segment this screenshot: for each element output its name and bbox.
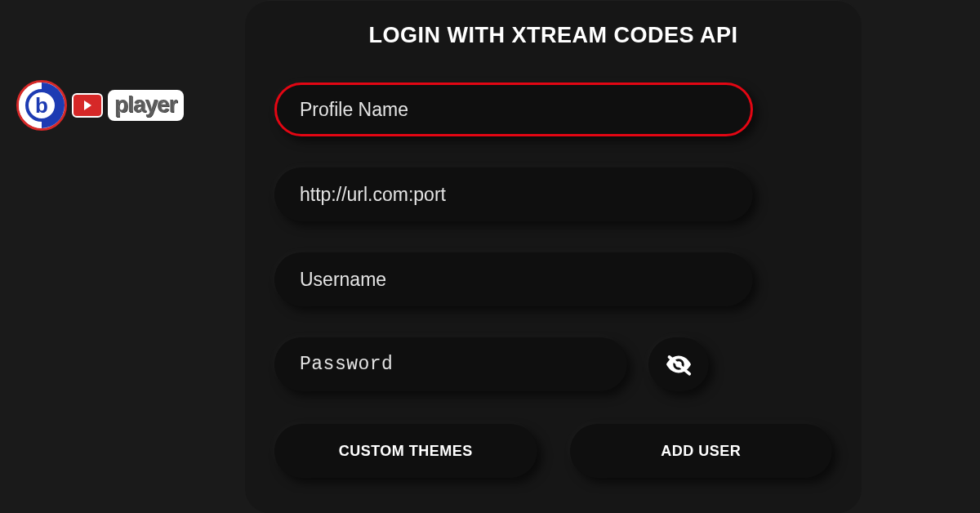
play-icon [72, 93, 103, 118]
username-input[interactable] [300, 269, 728, 291]
profile-name-field[interactable] [274, 83, 753, 136]
server-url-field[interactable] [274, 167, 753, 221]
eye-off-icon [664, 350, 693, 379]
add-user-button[interactable]: ADD USER [570, 424, 833, 478]
password-input[interactable] [300, 354, 602, 375]
app-logo: b player [16, 80, 184, 131]
logo-text-box: player [108, 90, 184, 121]
password-field[interactable] [274, 337, 627, 391]
custom-themes-label: CUSTOM THEMES [339, 443, 473, 460]
custom-themes-button[interactable]: CUSTOM THEMES [274, 424, 537, 478]
server-url-input[interactable] [300, 184, 728, 206]
toggle-password-visibility-button[interactable] [648, 337, 709, 391]
panel-title: LOGIN WITH XTREAM CODES API [274, 23, 832, 48]
logo-badge: b [16, 80, 67, 131]
profile-name-input[interactable] [300, 99, 728, 121]
logo-letter: b [25, 89, 58, 122]
username-field[interactable] [274, 252, 753, 306]
logo-text: player [114, 91, 177, 118]
add-user-label: ADD USER [661, 443, 741, 460]
login-panel: LOGIN WITH XTREAM CODES API CUSTOM THEME… [245, 0, 862, 513]
